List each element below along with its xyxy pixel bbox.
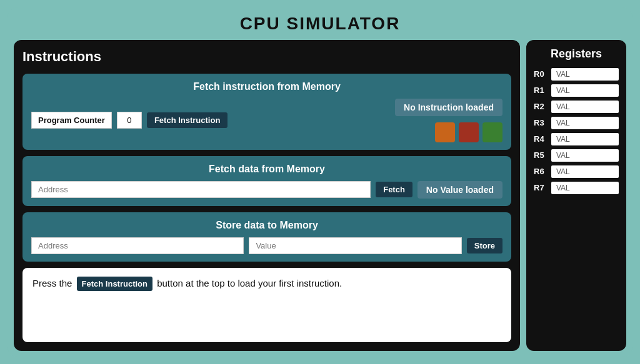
register-value-r7: VAL [551, 182, 619, 194]
indicator-red [459, 122, 479, 142]
main-content: Instructions Fetch instruction from Memo… [14, 40, 626, 351]
store-data-section: Store data to Memory Store [22, 212, 511, 262]
register-label-r5: R5 [534, 150, 548, 160]
indicator-green [482, 122, 502, 142]
app-title: CPU SIMULATOR [14, 14, 626, 34]
fetch-data-header: Fetch data from Memory [31, 164, 502, 175]
register-label-r0: R0 [534, 69, 548, 79]
register-row-r0: R0 VAL [534, 68, 619, 81]
register-value-r2: VAL [551, 101, 619, 113]
fetch-instruction-row: Program Counter Fetch Instruction No Ins… [31, 99, 502, 142]
register-label-r6: R6 [534, 167, 548, 176]
register-value-r6: VAL [551, 165, 619, 178]
register-value-r3: VAL [551, 117, 619, 129]
register-row-r7: R7 VAL [534, 182, 619, 194]
register-row-r3: R3 VAL [534, 117, 619, 129]
register-label-r2: R2 [534, 102, 548, 111]
register-row-r5: R5 VAL [534, 149, 619, 162]
app-container: CPU SIMULATOR Instructions Fetch instruc… [8, 7, 632, 357]
register-label-r1: R1 [534, 86, 548, 95]
fetch-instruction-button[interactable]: Fetch Instruction [147, 112, 228, 128]
indicator-orange [435, 122, 455, 142]
store-data-button[interactable]: Store [467, 238, 502, 253]
instructions-panel-title: Instructions [22, 49, 511, 65]
log-suffix: button at the top to load your first ins… [157, 278, 342, 288]
fetch-data-status: No Value loaded [418, 181, 502, 199]
register-row-r2: R2 VAL [534, 101, 619, 113]
register-label-r3: R3 [534, 118, 548, 127]
instructions-panel: Instructions Fetch instruction from Memo… [14, 40, 520, 351]
fetch-data-button[interactable]: Fetch [376, 182, 412, 197]
store-data-address-input[interactable] [31, 237, 244, 254]
register-label-r7: R7 [534, 183, 548, 192]
register-value-r0: VAL [551, 68, 619, 81]
instruction-status: No Instruction loaded [395, 99, 502, 116]
register-label-r4: R4 [534, 134, 548, 144]
register-value-r5: VAL [551, 149, 619, 162]
register-value-r1: VAL [551, 84, 619, 97]
store-data-row: Store [31, 237, 502, 254]
program-counter-input[interactable] [117, 112, 142, 129]
register-row-r6: R6 VAL [534, 165, 619, 178]
fetch-data-section: Fetch data from Memory Fetch No Value lo… [22, 156, 511, 206]
store-data-value-input[interactable] [249, 237, 461, 254]
register-value-r4: VAL [551, 133, 619, 145]
fetch-instruction-header: Fetch instruction from Memory [31, 81, 502, 92]
registers-title: Registers [534, 47, 619, 61]
instruction-status-area: No Instruction loaded [395, 99, 502, 142]
program-counter-label: Program Counter [31, 112, 112, 129]
fetch-instruction-section: Fetch instruction from Memory Program Co… [22, 74, 511, 150]
log-highlight: Fetch Instruction [77, 277, 152, 292]
store-data-header: Store data to Memory [31, 220, 502, 231]
registers-panel: Registers R0 VAL R1 VAL R2 VAL R3 VAL R4… [526, 40, 626, 351]
log-panel: Press the Fetch Instruction button at th… [22, 268, 511, 342]
fetch-data-row: Fetch No Value loaded [31, 181, 502, 199]
register-row-r1: R1 VAL [534, 84, 619, 97]
register-row-r4: R4 VAL [534, 133, 619, 145]
fetch-data-address-input[interactable] [31, 181, 371, 198]
indicators-row [435, 122, 502, 142]
log-prefix: Press the [32, 278, 72, 288]
